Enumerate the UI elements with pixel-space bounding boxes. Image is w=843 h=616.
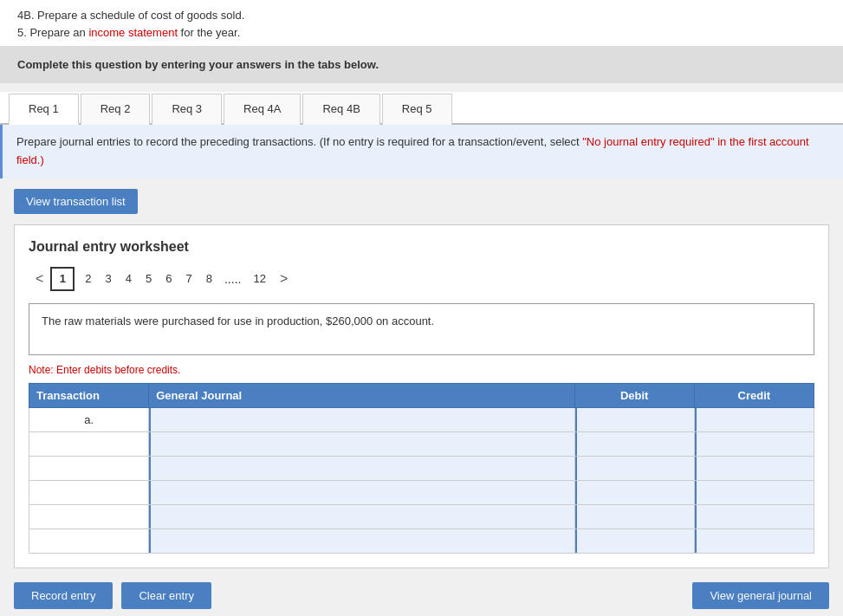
table-row-debit-3[interactable] <box>574 480 694 504</box>
table-row-journal-2[interactable] <box>149 456 574 480</box>
table-row-credit-1[interactable] <box>694 431 814 456</box>
table-row-transaction-1 <box>29 431 149 456</box>
table-row-journal-3[interactable] <box>149 480 574 504</box>
top-line1: 4B. Prepare a schedule of cost of goods … <box>17 7 826 24</box>
table-row-journal-1[interactable] <box>149 431 574 456</box>
page-5[interactable]: 5 <box>139 269 159 289</box>
view-general-journal-button[interactable]: View general journal <box>692 582 829 609</box>
journal-title: Journal entry worksheet <box>29 239 814 255</box>
page-6[interactable]: 6 <box>159 269 178 289</box>
top-text-block: 4B. Prepare a schedule of cost of goods … <box>0 0 843 46</box>
th-debit: Debit <box>574 383 694 407</box>
next-page-arrow[interactable]: > <box>273 268 295 290</box>
view-transaction-list-button[interactable]: View transaction list <box>14 189 138 214</box>
page-8[interactable]: 8 <box>199 269 219 289</box>
table-row-credit-4[interactable] <box>694 504 814 528</box>
table-row-journal-5[interactable] <box>149 528 574 553</box>
tabs-bar: Req 1 Req 2 Req 3 Req 4A Req 4B Req 5 <box>0 92 843 125</box>
table-row-debit-0[interactable] <box>574 407 694 431</box>
page-4[interactable]: 4 <box>119 269 139 289</box>
instruction-text: Complete this question by entering your … <box>17 58 379 71</box>
table-row-credit-3[interactable] <box>694 480 814 504</box>
th-general-journal: General Journal <box>149 383 574 407</box>
info-text-normal: Prepare journal entries to record the pr… <box>16 135 582 148</box>
clear-entry-button[interactable]: Clear entry <box>121 582 211 609</box>
page-12[interactable]: 12 <box>246 269 272 289</box>
top-line2: 5. Prepare an income statement for the y… <box>17 24 826 42</box>
table-row-debit-2[interactable] <box>574 456 694 480</box>
table-row-transaction-4 <box>29 504 149 528</box>
table-row-credit-5[interactable] <box>694 528 814 553</box>
page-2[interactable]: 2 <box>78 269 98 289</box>
action-buttons-bar: Record entry Clear entry View general jo… <box>0 582 843 616</box>
page-1[interactable]: 1 <box>50 267 75 291</box>
pagination: < 1 2 3 4 5 6 7 8 ..... 12 > <box>29 267 814 291</box>
table-row-journal-0[interactable] <box>149 407 574 431</box>
table-row-credit-0[interactable] <box>694 407 814 431</box>
table-row-debit-4[interactable] <box>574 504 694 528</box>
note-text: Note: Enter debits before credits. <box>29 364 814 376</box>
page-dots: ..... <box>219 269 246 289</box>
tab-req3[interactable]: Req 3 <box>152 94 222 125</box>
table-row-transaction-0: a. <box>29 407 149 431</box>
instruction-banner: Complete this question by entering your … <box>0 46 843 83</box>
page-3[interactable]: 3 <box>99 269 119 289</box>
th-credit: Credit <box>694 383 814 407</box>
transaction-description: The raw materials were purchased for use… <box>29 303 814 355</box>
table-row-credit-2[interactable] <box>694 456 814 480</box>
tab-req1[interactable]: Req 1 <box>9 94 79 125</box>
tab-req4b[interactable]: Req 4B <box>302 94 379 125</box>
journal-card: Journal entry worksheet < 1 2 3 4 5 6 7 … <box>14 224 829 568</box>
tab-req2[interactable]: Req 2 <box>81 94 151 125</box>
table-row-debit-1[interactable] <box>574 431 694 456</box>
table-row-journal-4[interactable] <box>149 504 574 528</box>
table-row-transaction-3 <box>29 480 149 504</box>
page-7[interactable]: 7 <box>179 269 199 289</box>
info-box: Prepare journal entries to record the pr… <box>0 125 843 178</box>
prev-page-arrow[interactable]: < <box>29 268 50 290</box>
record-entry-button[interactable]: Record entry <box>14 582 113 609</box>
th-transaction: Transaction <box>29 383 149 407</box>
tab-req5[interactable]: Req 5 <box>382 94 452 125</box>
journal-table: Transaction General Journal Debit Credit… <box>29 383 814 554</box>
table-row-transaction-5 <box>29 528 149 553</box>
tab-req4a[interactable]: Req 4A <box>224 94 301 125</box>
table-row-transaction-2 <box>29 456 149 480</box>
table-row-debit-5[interactable] <box>574 528 694 553</box>
